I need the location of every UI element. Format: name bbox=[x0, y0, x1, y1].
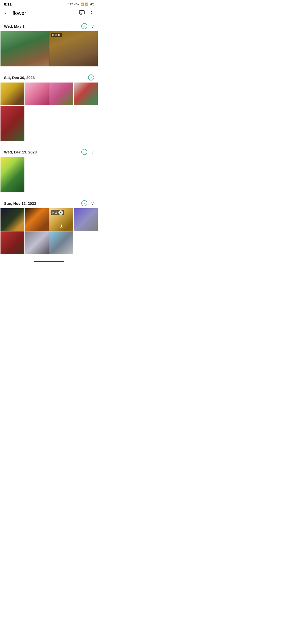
photo-dec30-3[interactable] bbox=[49, 83, 73, 105]
app-bar: ← flower ⋮ bbox=[0, 7, 98, 19]
svg-point-1 bbox=[79, 15, 80, 15]
photo-nov12-2[interactable] bbox=[25, 208, 49, 231]
star-badge-nov12: ★ bbox=[59, 223, 63, 229]
signal-icon: 📶 bbox=[85, 3, 89, 6]
checkmark-icon: ✓ bbox=[83, 202, 86, 205]
section-date-wed-dec-13: Wed, Dec 13, 2023 bbox=[4, 150, 37, 154]
section-actions-wed-may-1: ✓ ∨ bbox=[81, 23, 94, 29]
video-duration-nov12: 0:13 ▶ bbox=[51, 210, 64, 215]
bluetooth-icon: 📶 bbox=[81, 3, 84, 6]
photo-nov12-1[interactable] bbox=[1, 208, 24, 231]
photo-dec30-5[interactable] bbox=[1, 106, 24, 141]
photo-nov12-3[interactable]: 0:13 ▶ ★ bbox=[49, 208, 73, 231]
section-date-wed-may-1: Wed, May 1 bbox=[4, 24, 24, 28]
bottom-pill bbox=[34, 261, 64, 262]
photo-dec30-1[interactable] bbox=[1, 83, 24, 105]
action-icons: ⋮ bbox=[79, 10, 94, 16]
select-all-wed-may-1[interactable]: ✓ bbox=[81, 23, 87, 29]
checkmark-icon: ✓ bbox=[83, 24, 86, 28]
section-header-sat-dec-30: Sat, Dec 30, 2023 ✓ bbox=[0, 70, 98, 83]
section-wed-dec-13: Wed, Dec 13, 2023 ✓ ∨ bbox=[0, 145, 98, 196]
select-all-sat-dec-30[interactable]: ✓ bbox=[88, 74, 94, 80]
chevron-sun-nov-12[interactable]: ∨ bbox=[91, 200, 94, 206]
data-speed: 192 KB/s bbox=[68, 3, 80, 6]
section-actions-sat-dec-30: ✓ bbox=[88, 74, 94, 80]
photo-nov12-6[interactable] bbox=[25, 231, 49, 254]
section-header-wed-dec-13: Wed, Dec 13, 2023 ✓ ∨ bbox=[0, 145, 98, 157]
chevron-wed-may-1[interactable]: ∨ bbox=[91, 23, 94, 29]
section-date-sun-nov-12: Sun, Nov 12, 2023 bbox=[4, 201, 36, 206]
photo-may1-1[interactable] bbox=[1, 31, 49, 66]
section-sat-dec-30: Sat, Dec 30, 2023 ✓ bbox=[0, 70, 98, 145]
play-icon-nov12: ▶ bbox=[58, 210, 63, 215]
more-button[interactable]: ⋮ bbox=[89, 10, 94, 16]
cast-button[interactable] bbox=[79, 10, 85, 16]
section-date-sat-dec-30: Sat, Dec 30, 2023 bbox=[4, 75, 35, 80]
play-icon: ▶ bbox=[58, 33, 60, 36]
section-header-wed-may-1: Wed, May 1 ✓ ∨ bbox=[0, 19, 98, 31]
status-time: 8:11 bbox=[4, 2, 12, 6]
photo-grid-dec30-row1 bbox=[0, 83, 98, 105]
battery-icon: [63] bbox=[90, 3, 94, 6]
photo-grid-nov12-row2 bbox=[0, 231, 98, 254]
back-button[interactable]: ← bbox=[4, 10, 10, 16]
video-duration-may1: 0:04 ▶ bbox=[51, 33, 62, 37]
chevron-wed-dec-13[interactable]: ∨ bbox=[91, 149, 94, 155]
status-icons: 192 KB/s 📶 📶 [63] bbox=[68, 3, 94, 6]
photo-grid-dec13 bbox=[0, 157, 98, 192]
photo-nov12-4[interactable] bbox=[74, 208, 98, 231]
checkmark-icon: ✓ bbox=[83, 150, 86, 154]
photo-grid-nov12-row1: 0:13 ▶ ★ bbox=[0, 208, 98, 231]
section-sun-nov-12: Sun, Nov 12, 2023 ✓ ∨ 0:13 ▶ ★ bbox=[0, 196, 98, 258]
photo-may1-2[interactable]: 0:04 ▶ bbox=[49, 31, 98, 66]
photo-dec13-1[interactable] bbox=[1, 157, 24, 192]
photo-nov12-5[interactable] bbox=[1, 231, 24, 254]
photo-dec30-4[interactable] bbox=[74, 83, 98, 105]
section-actions-sun-nov-12: ✓ ∨ bbox=[81, 200, 94, 206]
photo-grid-dec30-row2 bbox=[0, 106, 98, 141]
select-all-wed-dec-13[interactable]: ✓ bbox=[81, 149, 87, 155]
section-wed-may-1: Wed, May 1 ✓ ∨ 0:04 ▶ bbox=[0, 19, 98, 70]
status-bar: 8:11 192 KB/s 📶 📶 [63] bbox=[0, 0, 98, 7]
photo-nov12-7[interactable] bbox=[49, 231, 73, 254]
section-actions-wed-dec-13: ✓ ∨ bbox=[81, 149, 94, 155]
search-query: flower bbox=[13, 10, 76, 16]
photo-dec30-2[interactable] bbox=[25, 83, 49, 105]
photo-grid-wed-may-1: 0:04 ▶ bbox=[0, 31, 98, 66]
select-all-sun-nov-12[interactable]: ✓ bbox=[81, 200, 87, 206]
checkmark-icon: ✓ bbox=[90, 76, 93, 79]
section-header-sun-nov-12: Sun, Nov 12, 2023 ✓ ∨ bbox=[0, 196, 98, 208]
bottom-bar bbox=[0, 258, 98, 263]
